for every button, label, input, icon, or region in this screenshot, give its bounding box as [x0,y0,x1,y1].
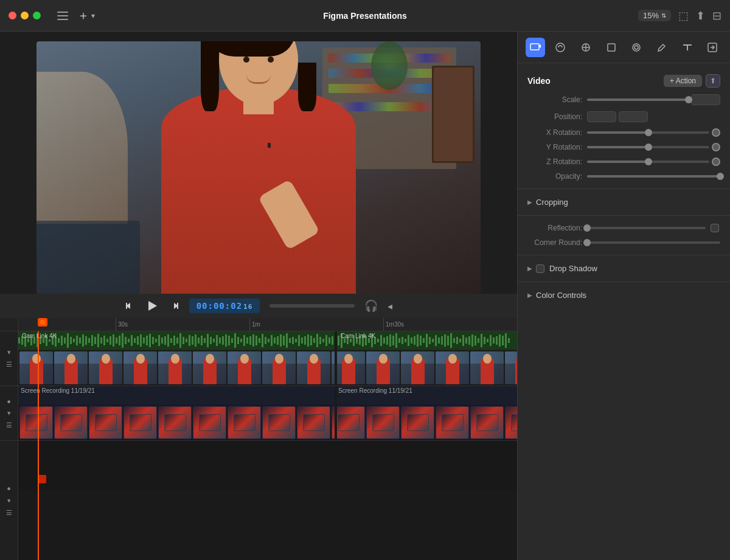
z-rotation-row: Z Rotation: [518,154,730,169]
svg-rect-68 [198,337,200,344]
cropping-section[interactable]: ▶ Cropping [518,194,730,210]
svg-rect-54 [155,339,157,342]
track3-mute-icon[interactable]: ☰ [5,508,13,517]
scale-slider[interactable] [587,99,689,101]
timecode-frame: 16 [243,303,252,311]
track1-thumb-2 [89,351,122,384]
drop-shadow-section[interactable]: ▶ Drop Shadow [518,260,730,277]
track1-expand-icon[interactable]: ▾ [5,348,13,357]
position-x-input[interactable] [587,111,616,122]
timeline-sidebar-toggle[interactable]: ◂ [388,300,392,312]
svg-rect-44 [125,337,127,344]
svg-rect-28 [76,336,78,345]
rewind-to-start-button[interactable] [125,300,136,311]
opacity-slider[interactable] [587,175,720,178]
track1-thumb-10 [366,351,400,384]
x-rotation-thumb[interactable] [645,129,652,136]
reflection-label: Reflection: [527,224,582,232]
track2-expand-icon[interactable]: ▾ [5,409,13,418]
svg-rect-139 [414,336,415,345]
color-controls-chevron-icon: ▶ [527,292,532,299]
reflection-slider[interactable] [587,227,706,229]
svg-rect-19 [49,339,50,342]
track2-mute-icon[interactable]: ☰ [5,421,13,430]
z-rotation-slider[interactable] [587,161,709,163]
track1-mute-icon[interactable]: ☰ [5,361,13,369]
scale-thumb[interactable] [685,96,692,103]
svg-rect-72 [210,337,212,344]
opacity-thumb[interactable] [717,173,724,180]
track3-visible-icon[interactable]: ● [5,484,13,493]
svg-rect-134 [398,338,400,343]
svg-rect-61 [176,337,178,344]
close-button[interactable] [9,12,16,19]
inspector-tool-pen[interactable] [652,38,672,57]
forward-to-end-button[interactable] [169,300,179,311]
svg-rect-79 [231,338,233,343]
y-rotation-dot[interactable] [712,143,720,151]
track1-thumb-14 [505,351,517,384]
inspector-tool-share[interactable] [703,38,722,57]
svg-rect-152 [453,338,455,343]
svg-rect-164 [490,335,492,346]
track2-thumb-2 [89,406,122,439]
svg-rect-141 [420,336,422,345]
track2-thumb-6 [228,406,261,439]
titlebar: ＋ ▾ Figma Presentations 15% ⇅ ⬚ ⬆ ⊟ [0,0,730,32]
maximize-button[interactable] [33,12,41,19]
progress-bar[interactable] [269,304,355,308]
position-y-input[interactable] [619,111,648,122]
position-control [587,111,720,122]
add-button[interactable]: ＋ ▾ [77,7,95,24]
svg-rect-42 [119,336,120,345]
svg-point-176 [634,46,638,49]
volume-icon[interactable]: 🎧 [364,299,378,313]
scale-label: Scale: [527,95,582,104]
svg-rect-55 [158,335,160,346]
add-icon: ＋ [77,7,89,24]
track2-thumb-5 [193,406,226,439]
play-pause-button[interactable] [145,299,159,313]
y-rotation-thumb[interactable] [645,143,652,151]
svg-rect-57 [164,336,166,345]
corner-round-thumb[interactable] [583,239,591,246]
x-rotation-slider[interactable] [587,131,709,134]
inspector-tool-video[interactable] [526,38,545,57]
svg-rect-45 [128,339,130,342]
drop-shadow-checkbox[interactable] [536,264,544,273]
inspector-tool-transform[interactable] [576,38,596,57]
action-secondary-button[interactable]: ⬆ [706,74,720,88]
inspector-tool-audio[interactable] [551,38,570,57]
zoom-control[interactable]: 15% ⇅ [638,10,671,21]
share-button[interactable]: ⬆ [696,9,705,22]
inspector-tool-crop[interactable] [602,38,621,57]
reflection-thumb[interactable] [583,224,591,232]
svg-rect-156 [465,337,467,344]
divider-3 [518,255,730,255]
x-rotation-dot[interactable] [712,128,720,137]
inspector-tool-text[interactable] [678,38,697,57]
y-rotation-slider[interactable] [587,146,709,148]
svg-rect-26 [70,337,72,344]
track3-expand-icon[interactable]: ▾ [5,496,13,505]
track2-visible-icon[interactable]: ● [5,397,13,406]
color-controls-section[interactable]: ▶ Color Controls [518,287,730,303]
crop-button[interactable]: ⬚ [678,9,689,22]
svg-rect-81 [237,337,239,344]
track2-controls: ● ▾ ☰ [0,386,18,441]
z-rotation-thumb[interactable] [645,158,652,165]
scale-input[interactable] [691,94,720,105]
svg-rect-52 [149,334,151,347]
action-button[interactable]: + Action [664,75,702,87]
inspector-tool-filter[interactable] [627,38,646,57]
y-rotation-label: Y Rotation: [527,143,582,151]
panel-layout-button[interactable]: ⊟ [712,9,721,22]
sidebar-toggle-button[interactable] [55,10,70,22]
minimize-button[interactable] [21,12,29,19]
z-rotation-dot[interactable] [712,157,720,166]
corner-round-slider[interactable] [587,241,720,244]
track2-thumb-0 [19,406,53,439]
svg-rect-128 [380,335,382,346]
reflection-checkbox[interactable] [711,224,719,232]
svg-rect-111 [328,337,330,344]
